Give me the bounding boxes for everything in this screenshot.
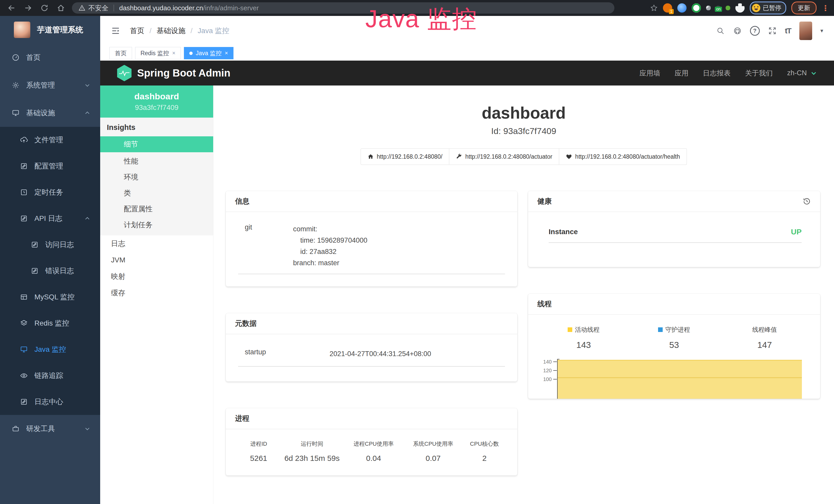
status-badge: UP <box>791 228 802 236</box>
insights-section: Insights 细节 性能 环境 类 配置属性 计划任务 <box>100 118 213 235</box>
sba-item-caches[interactable]: 缓存 <box>100 285 213 301</box>
tab-java-monitor[interactable]: Java 监控 × <box>184 47 234 59</box>
clock-icon <box>20 188 28 196</box>
sba-nav-journal[interactable]: 日志报表 <box>703 69 730 78</box>
heartbeat-icon <box>566 154 572 160</box>
close-icon[interactable]: × <box>172 50 175 56</box>
sba-item-environment[interactable]: 环境 <box>100 169 213 185</box>
git-info-row: git commit: time: 1596289704000 id: 27aa… <box>238 223 505 274</box>
breadcrumb-infrastructure[interactable]: 基础设施 <box>157 26 185 36</box>
briefcase-icon <box>12 425 20 433</box>
sba-nav-applications[interactable]: 应用 <box>675 69 688 78</box>
sba-item-metrics[interactable]: 性能 <box>100 153 213 169</box>
sidebar-item-mysql-monitor[interactable]: MySQL 监控 <box>0 284 100 310</box>
url-path: /infra/admin-server <box>203 4 259 12</box>
search-icon[interactable] <box>716 26 725 35</box>
process-card-title: 进程 <box>226 408 517 429</box>
sidebar-item-api-logs[interactable]: API 日志 <box>0 205 100 232</box>
edit-icon <box>31 267 39 275</box>
system-cpu-value: 0.07 <box>404 454 462 463</box>
health-card-title: 健康 <box>537 197 552 206</box>
extension-icon-green-circle[interactable] <box>692 3 701 13</box>
sba-locale-select[interactable]: zh-CN <box>787 69 817 77</box>
extension-icon-blue-gem[interactable] <box>677 3 686 13</box>
sba-nav-about[interactable]: 关于我们 <box>745 69 773 78</box>
sba-item-logs[interactable]: 日志 <box>100 235 213 252</box>
fullscreen-icon[interactable] <box>768 26 777 35</box>
reload-icon[interactable] <box>40 4 49 12</box>
startup-row: startup 2021-04-27T00:44:31.254+08:00 <box>238 348 505 367</box>
history-icon[interactable] <box>803 197 811 205</box>
sidebar-item-file-management[interactable]: 文件管理 <box>0 127 100 153</box>
chevron-down-icon <box>84 426 90 432</box>
breadcrumb: 首页 / 基础设施 / Java 监控 <box>130 26 229 36</box>
bookmark-star-icon[interactable] <box>650 4 658 12</box>
back-icon[interactable] <box>7 4 16 12</box>
sba-item-jvm[interactable]: JVM <box>100 252 213 268</box>
hamburger-icon[interactable] <box>111 26 120 36</box>
extension-icon-dark[interactable]: on <box>716 6 721 10</box>
browser-menu-icon[interactable]: ⋮ <box>822 4 829 13</box>
sidebar-item-dev-tools[interactable]: 研发工具 <box>0 415 100 443</box>
instance-id: 93a3fc7f7409 <box>135 104 178 112</box>
spring-boot-admin: Spring Boot Admin 应用墙 应用 日志报表 关于我们 zh-CN… <box>100 61 834 504</box>
sba-item-config-props[interactable]: 配置属性 <box>100 201 213 217</box>
health-card: 健康 Instance UP <box>528 191 820 267</box>
breadcrumb-home[interactable]: 首页 <box>130 26 144 36</box>
tab-home[interactable]: 首页 <box>109 47 132 59</box>
sidebar-item-config-management[interactable]: 配置管理 <box>0 153 100 179</box>
sba-item-scheduled-tasks[interactable]: 计划任务 <box>100 217 213 233</box>
sba-item-classes[interactable]: 类 <box>100 185 213 201</box>
sidebar-item-system-management[interactable]: 系统管理 <box>0 71 100 99</box>
extension-icon-squares[interactable] <box>706 6 711 10</box>
address-bar[interactable]: 不安全 dashboard.yudao.iocoder.cn /infra/ad… <box>72 2 614 14</box>
sidebar-item-scheduled-jobs[interactable]: 定时任务 <box>0 179 100 205</box>
avatar-caret-icon[interactable]: ▾ <box>820 27 823 34</box>
extensions-puzzle-icon[interactable] <box>736 3 745 13</box>
peak-threads-legend: 线程峰值 <box>752 325 777 334</box>
sba-item-details[interactable]: 细节 <box>100 136 213 152</box>
sidebar-item-tracing[interactable]: 链路追踪 <box>0 363 100 389</box>
browser-update-button[interactable]: 更新 <box>791 2 816 15</box>
sidebar-item-log-center[interactable]: 日志中心 <box>0 389 100 415</box>
sidebar-item-access-logs[interactable]: 访问日志 <box>0 232 100 258</box>
service-url-button[interactable]: http://192.168.0.2:48080/ <box>360 148 449 165</box>
threads-card: 线程 活动线程 守护进程 线程峰值 143 53 1 <box>528 294 820 399</box>
extension-icon-orange[interactable]: 1 <box>663 3 672 13</box>
extension-badge: 1 <box>669 9 674 14</box>
tab-redis-monitor[interactable]: Redis 监控 × <box>135 47 181 59</box>
extension-on-badge: on <box>715 7 722 12</box>
github-icon[interactable] <box>733 26 742 35</box>
chevron-up-icon <box>84 215 90 222</box>
sidebar-item-infrastructure[interactable]: 基础设施 <box>0 99 100 127</box>
browser-profile-chip[interactable]: 已暂停 <box>750 2 786 15</box>
gauge-icon <box>12 54 20 61</box>
wrench-icon <box>456 154 462 160</box>
sba-item-mappings[interactable]: 映射 <box>100 268 213 285</box>
user-avatar[interactable] <box>799 22 812 40</box>
sidebar-item-home[interactable]: 首页 <box>0 44 100 71</box>
close-icon[interactable]: × <box>225 50 228 56</box>
live-threads-value: 143 <box>539 340 629 350</box>
help-icon[interactable]: ? <box>750 26 760 36</box>
forward-icon[interactable] <box>24 4 32 12</box>
sba-sidebar: dashboard 93a3fc7f7409 Insights 细节 性能 环境… <box>100 86 214 504</box>
layers-icon <box>20 319 28 327</box>
home-icon[interactable] <box>57 4 65 12</box>
sidebar-item-java-monitor[interactable]: Java 监控 <box>0 336 100 363</box>
health-url-button[interactable]: http://192.168.0.2:48080/actuator/health <box>559 148 687 165</box>
edit-icon <box>20 162 28 170</box>
sba-nav-wallboard[interactable]: 应用墙 <box>639 69 660 78</box>
cpu-cores-value: 2 <box>462 454 507 463</box>
actuator-url-button[interactable]: http://192.168.0.2:48080/actuator <box>449 148 559 165</box>
sidebar-item-redis-monitor[interactable]: Redis 监控 <box>0 310 100 336</box>
chevron-down-icon <box>810 70 817 76</box>
app-main: 首页 / 基础设施 / Java 监控 ? tT ▾ 首页 Redis 监控 ×… <box>100 16 834 504</box>
extension-icon-green-key[interactable] <box>726 6 730 10</box>
instance-health-row[interactable]: Instance UP <box>549 228 802 243</box>
sidebar-item-error-logs[interactable]: 错误日志 <box>0 258 100 284</box>
address-divider <box>113 5 114 11</box>
text-size-icon[interactable]: tT <box>785 26 791 35</box>
sba-logo-icon <box>117 65 132 82</box>
yellow-legend-swatch <box>568 327 572 332</box>
